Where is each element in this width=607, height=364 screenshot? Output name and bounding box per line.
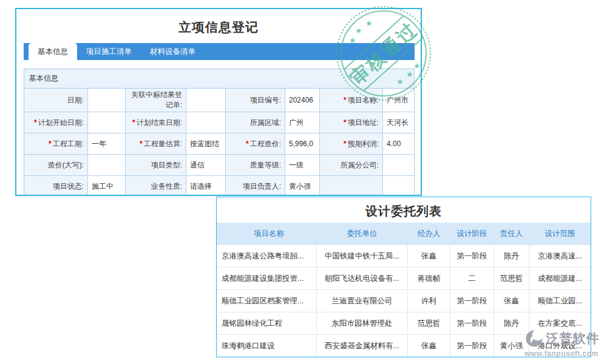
tab-bar: 基本信息 项目施工清单 材料设备清单 [24,43,415,60]
stage-cell: 第一阶段 [450,312,494,335]
page-title: 立项信息登记 [16,19,421,36]
owner-link[interactable]: 范思哲 [494,268,529,290]
table-row: 京港澳高速公路粤境韶... 中国铁建中铁十五局... 张鑫 第一阶段 陈丹 京港… [217,245,591,268]
tab-basic-info[interactable]: 基本信息 [29,43,77,60]
form-row: *工程工期: 一年 *工程量估算: 按蓝图结 *工程造价: 5,996,0 *预… [24,133,414,155]
field-label-date: 日期: [24,89,88,112]
field-value-cost-words[interactable] [88,155,126,176]
agent-link[interactable]: 范思哲 [408,312,450,335]
field-value-plan-start[interactable] [88,112,126,133]
table-header-row: 项目名称 委托单位 经办人 设计阶段 责任人 设计范围 [217,223,591,245]
column-header-project-name: 项目名称 [217,223,317,245]
unit-cell: 朝阳飞达机电设备有... [317,268,408,290]
field-value-quantity-estimate[interactable]: 按蓝图结 [186,133,226,155]
project-name-link[interactable]: 珠海鹤港口建设 [217,335,317,357]
field-value-linked-bid[interactable] [186,89,226,112]
agent-link[interactable]: 张鑫 [408,335,450,357]
required-mark: * [344,118,347,127]
agent-link[interactable]: 张鑫 [408,245,450,268]
field-label-region: 所属区域: [226,112,285,133]
design-commission-panel: 设计委托列表 项目名称 委托单位 经办人 设计阶段 责任人 设计范围 京港澳高速… [216,197,591,357]
table-row: 成都能源建设集团投资... 朝阳飞达机电设备有... 蒋德帧 二 范思哲 成都能… [217,268,591,290]
table-row: 顺德工业园区档案管理... 兰迪置业有限公司 许利 第一阶段 张鑫 顺德工业园.… [217,290,591,312]
field-value-empty [383,176,414,196]
column-header-stage: 设计阶段 [450,223,494,245]
project-name-link[interactable]: 京港澳高速公路粤境韶... [217,245,317,268]
required-mark: * [49,140,52,148]
scope-cell: 港口外观设... [529,335,591,357]
table-row: 珠海鹤港口建设 西安盛器金属材料有... 张鑫 第一阶段 黄小强 港口外观设..… [217,335,591,357]
field-value-project-name[interactable]: 广州市 [383,89,414,112]
field-label-project-name: *项目名称: [320,89,383,112]
registration-panel: 立项信息登记 基本信息 项目施工清单 材料设备清单 基本信息 日期: 关联中标结… [15,8,422,196]
unit-cell: 中国铁建中铁十五局... [317,245,408,268]
field-label-project-type: 项目类型: [126,155,186,176]
required-mark: * [344,96,347,104]
unit-cell: 东阳市园林管理处 [317,312,408,335]
required-mark: * [34,118,37,127]
agent-link[interactable]: 蒋德帧 [408,268,450,290]
form-row: 造价(大写): 项目类型: 通信 质量等级: 一级 所属分公司: [24,155,414,176]
column-header-unit: 委托单位 [317,223,408,245]
field-label-duration: *工程工期: [24,133,88,155]
field-value-region[interactable]: 广州 [285,112,320,133]
field-label-empty [320,176,383,196]
field-value-project-manager[interactable]: 黄小强 [285,176,320,196]
stage-cell: 二 [450,268,494,290]
field-label-branch-company: 所属分公司: [320,155,383,176]
field-value-project-cost[interactable]: 5,996,0 [285,133,320,155]
scope-cell: 顺德工业园... [529,290,591,312]
required-mark: * [140,140,143,148]
field-label-quantity-estimate: *工程量估算: [126,133,186,155]
field-value-branch-company[interactable] [383,155,414,176]
field-value-quality-grade[interactable]: 一级 [285,155,320,176]
field-value-project-type[interactable]: 通信 [186,155,226,176]
column-header-agent: 经办人 [408,223,450,245]
field-value-project-status[interactable]: 施工中 [88,176,126,196]
project-name-link[interactable]: 成都能源建设集团投资... [217,268,317,290]
field-value-date[interactable] [88,89,126,112]
field-label-business-nature: 业务性质: [126,176,186,196]
column-header-scope: 设计范围 [529,223,591,245]
field-label-project-status: 项目状态: [24,176,88,196]
field-label-linked-bid: 关联中标结果登记单: [126,89,186,112]
stage-cell: 第一阶段 [450,245,494,268]
unit-cell: 西安盛器金属材料有... [317,335,408,357]
agent-link[interactable]: 许利 [408,290,450,312]
tab-material-equipment-list[interactable]: 材料设备清单 [141,43,205,60]
required-mark: * [344,140,347,148]
owner-link[interactable]: 张鑫 [494,290,529,312]
field-label-project-manager: 项目负责人: [226,176,285,196]
owner-link[interactable]: 黄小强 [494,335,529,357]
owner-link[interactable]: 陈丹 [494,245,529,268]
project-name-link[interactable]: 晟铭园林绿化工程 [217,312,317,335]
basic-info-form: 基本信息 日期: 关联中标结果登记单: 项目编号: 202406 *项目名称: … [24,69,415,196]
stage-cell: 第一阶段 [450,290,494,312]
unit-cell: 兰迪置业有限公司 [317,290,408,312]
list-title: 设计委托列表 [217,197,591,223]
field-value-project-no[interactable]: 202406 [285,89,320,112]
column-header-owner: 责任人 [494,223,529,245]
stage-cell: 第一阶段 [450,335,494,357]
form-row: 项目状态: 施工中 业务性质: 请选择 项目负责人: 黄小强 [24,176,414,196]
field-label-project-cost: *工程造价: [226,133,285,155]
table-row: 晟铭园林绿化工程 东阳市园林管理处 范思哲 第一阶段 陈丹 在方案交底... [217,312,591,335]
field-value-business-nature[interactable]: 请选择 [186,176,226,196]
form-row: *计划开始日期: *计划结束日期: 所属区域: 广州 *项目地址: 天河长 [24,112,414,133]
field-label-address: *项目地址: [320,112,383,133]
owner-link[interactable]: 陈丹 [494,312,529,335]
project-name-link[interactable]: 顺德工业园区档案管理... [217,290,317,312]
required-mark: * [246,140,249,148]
field-value-duration[interactable]: 一年 [88,133,126,155]
required-mark: * [132,118,135,127]
field-label-cost-words: 造价(大写): [24,155,88,176]
field-value-expected-profit[interactable]: 4.00 [383,133,414,155]
field-label-project-no: 项目编号: [226,89,285,112]
tab-construction-list[interactable]: 项目施工清单 [77,43,141,60]
field-label-plan-end: *计划结束日期: [126,112,186,133]
field-value-address[interactable]: 天河长 [383,112,414,133]
scope-cell: 京港澳高速... [529,245,591,268]
field-label-expected-profit: *预期利润: [320,133,383,155]
field-value-plan-end[interactable] [186,112,226,133]
form-row: 日期: 关联中标结果登记单: 项目编号: 202406 *项目名称: 广州市 [24,89,414,112]
